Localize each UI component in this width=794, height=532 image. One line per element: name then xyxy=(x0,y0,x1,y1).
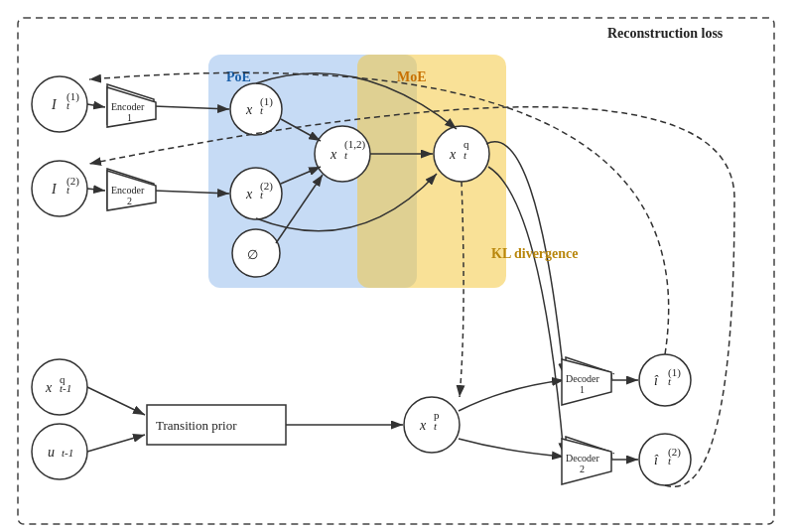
ihat2-circle xyxy=(639,434,691,485)
poe-label: PoE xyxy=(226,69,251,84)
phi-label: ∅ xyxy=(247,247,258,262)
xt2-circle xyxy=(230,168,282,219)
arrow-xtp-dec2 xyxy=(459,439,564,457)
input-1-superscript: (1) xyxy=(66,90,79,103)
uprev-sub: t-1 xyxy=(62,447,73,459)
xt1-circle xyxy=(230,83,282,135)
input-2-superscript: (2) xyxy=(66,175,79,188)
xtp-circle xyxy=(404,397,460,453)
ihat2-sup: (2) xyxy=(668,446,681,459)
enc1-text2: 1 xyxy=(127,112,132,123)
transition-prior-label: Transition prior xyxy=(156,418,237,433)
xtp-sup: p xyxy=(434,409,440,421)
enc2-text2: 2 xyxy=(127,196,132,206)
diagram-container: Reconstruction loss PoE MoE I t (1) I t … xyxy=(0,0,794,532)
uprev-circle xyxy=(32,424,87,479)
xt12-label: x xyxy=(330,147,337,162)
moe-label: MoE xyxy=(397,69,427,84)
xt12-sup: (1,2) xyxy=(344,138,365,151)
arrow-i2-enc2 xyxy=(87,189,105,191)
xprev-sup: q xyxy=(60,373,66,385)
arrow-i1-enc1 xyxy=(87,104,105,107)
xt2-sup: (2) xyxy=(260,180,273,193)
xtq-sup: q xyxy=(463,138,469,150)
xt1-sup: (1) xyxy=(260,95,273,108)
xt12-circle xyxy=(315,126,370,182)
ihat1-circle xyxy=(639,354,691,406)
xtq-label: x xyxy=(449,147,457,162)
xt2-label: x xyxy=(245,187,253,201)
xtq-circle xyxy=(434,126,489,182)
reconstruction-loss-label: Reconstruction loss xyxy=(607,26,724,41)
enc1-text1: Encoder xyxy=(111,101,145,112)
dec1-text1: Decoder xyxy=(566,373,600,384)
ihat1-sup: (1) xyxy=(668,366,681,379)
input-1-circle xyxy=(32,76,87,132)
xprev-label: x xyxy=(45,380,53,395)
input-2-circle xyxy=(32,161,87,216)
arrow-xprev-tp xyxy=(87,387,145,415)
dec2-text2: 2 xyxy=(580,464,585,474)
arrow-xtp-dec1 xyxy=(459,380,564,411)
uprev-label: u xyxy=(48,445,55,460)
dec1-text2: 1 xyxy=(580,384,585,395)
dec2-text1: Decoder xyxy=(566,453,600,464)
xtp-label: x xyxy=(419,418,427,433)
arrow-uprev-tp xyxy=(87,435,145,452)
kl-label: KL divergence xyxy=(491,246,579,261)
enc2-text1: Encoder xyxy=(111,185,145,196)
xt1-label: x xyxy=(245,102,253,117)
